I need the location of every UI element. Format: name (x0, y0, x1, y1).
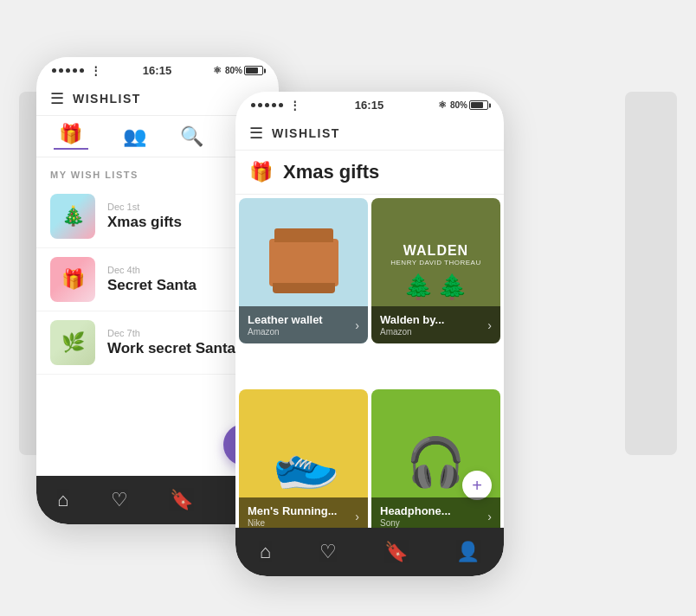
tab-gift[interactable]: 🎁 (54, 123, 88, 150)
status-bar-back: ⋮ 16:15 ⚛ 80% (36, 57, 279, 80)
nav-title-back: WISHLIST (73, 92, 141, 106)
card-name-wallet: Leather wallet (248, 313, 323, 326)
time-back: 16:15 (143, 64, 171, 77)
nav-title-front: WISHLIST (272, 126, 340, 140)
card-name-headphones: Headphone... (380, 504, 451, 517)
card-arrow-wallet: › (355, 318, 359, 332)
tab-people[interactable]: 👥 (123, 125, 146, 148)
signal-dots: ⋮ (52, 64, 101, 77)
bottom-nav-front: ⌂ ♡ 🔖 👤 (235, 528, 504, 576)
wish-thumb-xmas: 🎄 (50, 194, 95, 239)
card-overlay-walden: Walden by... Amazon › (371, 306, 500, 343)
bottom-home-front[interactable]: ⌂ (260, 541, 271, 563)
card-name-walden: Walden by... (380, 313, 444, 326)
product-grid: Leather wallet Amazon › WALDEN HENRY DAV… (235, 195, 504, 576)
status-right-front: ⚛ 80% (438, 99, 488, 111)
wish-thumb-work: 🌿 (50, 320, 95, 365)
battery-front: 80% (450, 100, 488, 110)
scene: ⋮ 16:15 ⚛ 80% ☰ WISHLIST 🎁 👥 (19, 22, 677, 594)
phone-front: ⋮ 16:15 ⚛ 80% ☰ WISHLIST 🎁 Xmas gifts (235, 92, 504, 576)
product-card-shoes[interactable]: 👟 Men's Running... Nike › (239, 389, 368, 535)
add-product-button[interactable]: + (462, 471, 492, 500)
bottom-person-front[interactable]: 👤 (456, 541, 480, 563)
time-front: 16:15 (355, 99, 383, 112)
bottom-bookmark-front[interactable]: 🔖 (384, 541, 408, 563)
card-name-shoes: Men's Running... (248, 504, 337, 517)
shadow-right (625, 92, 677, 455)
card-shop-headphones: Sony (380, 518, 451, 528)
status-right-back: ⚛ 80% (213, 65, 263, 76)
gift-icon: 🎁 (249, 161, 273, 183)
battery-back: 80% (225, 66, 263, 75)
product-card-wallet[interactable]: Leather wallet Amazon › (239, 198, 368, 343)
front-content: Leather wallet Amazon › WALDEN HENRY DAV… (235, 195, 504, 576)
card-arrow-headphones: › (487, 510, 492, 523)
signal-dots-front: ⋮ (251, 99, 300, 112)
wish-thumb-santa: 🎁 (50, 257, 95, 302)
tree-icon-2: 🌲 (437, 275, 467, 299)
nav-bar-front: ☰ WISHLIST (235, 115, 504, 151)
tab-search[interactable]: 🔍 (180, 125, 203, 148)
wallet-icon (269, 239, 338, 286)
bottom-heart-back[interactable]: ♡ (111, 489, 128, 511)
hamburger-icon[interactable]: ☰ (50, 89, 64, 108)
book-title: WALDEN (390, 243, 480, 259)
card-shop-walden: Amazon (380, 327, 444, 337)
bottom-bookmark-back[interactable]: 🔖 (170, 489, 193, 511)
book-trees: 🌲 🌲 (390, 275, 480, 299)
card-arrow-walden: › (487, 318, 492, 332)
headphones-icon: 🎧 (406, 434, 466, 491)
tree-icon-1: 🌲 (403, 275, 434, 299)
card-shop-shoes: Nike (248, 518, 337, 528)
gift-header-title: Xmas gifts (283, 161, 379, 183)
bottom-home-back[interactable]: ⌂ (57, 489, 68, 511)
product-card-walden[interactable]: WALDEN HENRY DAVID THOREAU 🌲 🌲 Walden by… (371, 198, 500, 343)
shoes-icon: 👟 (264, 424, 343, 500)
card-overlay-wallet: Leather wallet Amazon › (239, 306, 368, 343)
book-author: HENRY DAVID THOREAU (390, 259, 480, 266)
gift-header: 🎁 Xmas gifts (235, 151, 504, 195)
book-text: WALDEN HENRY DAVID THOREAU 🌲 🌲 (382, 226, 489, 317)
product-card-headphones[interactable]: 🎧 + Headphone... Sony › (371, 389, 500, 535)
card-arrow-shoes: › (355, 510, 359, 523)
status-bar-front: ⋮ 16:15 ⚛ 80% (235, 92, 504, 115)
card-shop-wallet: Amazon (248, 327, 323, 337)
hamburger-icon-front[interactable]: ☰ (249, 124, 263, 143)
bottom-heart-front[interactable]: ♡ (319, 541, 337, 563)
